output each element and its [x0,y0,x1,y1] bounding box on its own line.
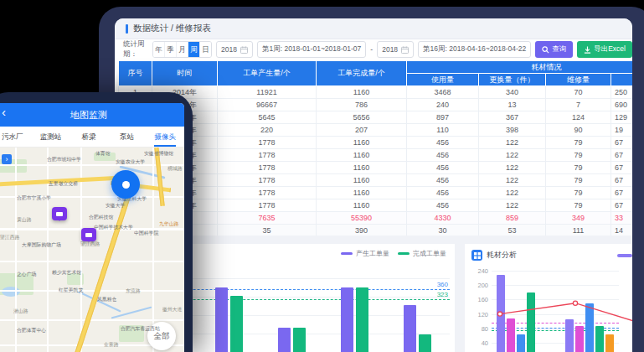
year-end-select[interactable]: 2018 [377,41,414,58]
map-label: 凤凰粮仓 [97,297,116,303]
selected-location-pin[interactable] [111,170,140,199]
map-label: 九华山路 [159,221,178,228]
table-cell: 124 [546,111,611,124]
bar [215,287,228,352]
week-range-end-input[interactable]: 第16周: 2018-04-16~2018-04-22 [418,41,531,58]
legend-item-completed[interactable]: 完成工单量 [398,249,446,258]
map-expand-button[interactable]: › [2,154,12,164]
table-cell: 1160 [317,86,407,99]
map-label: 合肥体育中心 [17,328,46,334]
table-cell: 207 [317,124,407,137]
col-header-seq: 序号 [119,61,152,86]
table-cell: 1778 [218,187,317,199]
map-street [15,148,17,352]
col-header-sub-2: 更换量（件） [479,74,546,86]
table-total-row: 合计763555390433085934933 [119,212,633,225]
back-icon[interactable]: ‹ [2,105,6,119]
period-option-day[interactable]: 日 [199,42,211,57]
map-label: 安徽省博物馆 [144,151,173,158]
table-row: 102018年177811604561227967 [119,199,633,212]
phone-screen: ‹ 地图监测 污水厂 监测站 桥梁 泵站 摄像头 [0,103,184,352]
year-start-select[interactable]: 2018 [216,41,253,58]
table-cell: 5645 [218,111,317,124]
table-cell: 19 [611,124,633,137]
week-range-start-input[interactable]: 第1周: 2018-01-01~2018-01-07 [257,41,366,58]
table-cell: 33 [611,212,633,225]
table-cell: 7635 [218,212,317,225]
table-row: 92018年177811604561227967 [119,187,633,199]
table-cell: 110 [407,124,479,137]
table-row: 12014年119211160346834070250 [119,86,633,99]
camera-icon [85,233,92,237]
tab-camera[interactable]: 摄像头 [146,127,184,147]
search-icon [542,46,549,54]
period-option-quarter[interactable]: 季 [164,42,176,57]
period-option-week[interactable]: 周 [188,42,199,57]
table-row: 22015年96667786240137690 [119,99,633,111]
map-street [47,148,49,352]
export-button-label: 导出Excel [594,44,626,54]
range-separator: - [370,45,373,54]
table-cell: 3468 [407,86,479,99]
table-cell: 4330 [407,212,479,225]
phone-map[interactable]: › 全部 合肥市琥珀中学体育馆安徽农业大学安徽省博物馆桐城路五里墩立交桥合肥市宁… [0,148,184,352]
legend-swatch-completed [398,252,410,256]
bar [419,334,431,352]
table-cell: 897 [407,111,479,124]
map-label: 桐城路 [167,166,183,173]
table-cell: 53 [479,225,546,236]
table-cell: 67 [611,174,633,187]
table-cell: 240 [407,99,479,111]
camera-icon [56,212,63,216]
period-option-month[interactable]: 月 [176,42,188,57]
table-cell: 1778 [218,199,317,212]
year-end-value: 2018 [382,45,398,54]
y-axis-tick: 200 [468,282,488,289]
map-label: 合肥市琥珀中学 [47,157,81,163]
map-label: 合肥科技馆 [89,215,113,221]
table-cell: 1160 [317,174,407,187]
query-button[interactable]: 查询 [535,41,573,58]
col-header-consumables-group: 耗材情况 [407,61,633,74]
filter-bar: 统计周期： 年 季 月 周 日 2018 第1周: 2018-01-01~201… [115,39,632,60]
chart-title-text: 耗材分析 [487,250,517,261]
table-cell: 67 [611,187,633,199]
camera-marker[interactable] [52,207,67,220]
tab-pump-station[interactable]: 泵站 [108,127,147,147]
table-cell: 1160 [317,149,407,162]
camera-marker[interactable] [81,228,96,241]
table-cell: 398 [479,124,546,137]
export-excel-button[interactable]: 导出Excel [577,41,632,58]
table-cell: 13 [479,99,546,111]
y-axis-tick: 40 [468,339,488,347]
table-cell: 1160 [317,199,407,212]
col-header-completed: 工单完成量/个 [317,61,407,86]
map-label: 中国科学技术大学 [94,225,133,231]
bar [230,296,243,352]
breadcrumb-accent-bar [126,24,128,34]
bar [341,287,353,352]
map-label: 金寨路 [104,342,119,349]
legend-item-created[interactable]: 产生工单量 [341,249,389,258]
map-label: 安徽农业大学 [116,159,145,166]
table-average-row: 平均值35390305311114 [119,225,633,236]
table-cell: 122 [479,162,546,174]
table-row: 42017年2202071103989019 [119,124,633,137]
map-label: 赖少其艺术馆 [52,270,81,277]
table-cell: 1778 [218,174,317,187]
map-street [0,319,184,321]
table-cell: 456 [407,199,479,212]
table-cell: 14 [611,225,633,236]
tab-monitor-station[interactable]: 监测站 [32,127,70,147]
period-option-year[interactable]: 年 [153,42,164,57]
tab-sewage-plant[interactable]: 污水厂 [0,127,32,147]
trend-line [492,271,632,352]
tab-bridge[interactable]: 桥梁 [70,127,108,147]
map-label: 潜山路 [13,308,28,315]
reference-line-label: 360 [437,281,448,288]
map-street [0,290,184,292]
map-label: 合肥汽车客运西站 [121,326,160,333]
map-label: 徽州大道 [162,307,182,313]
y-axis-tick: 240 [468,267,488,275]
table-cell: 1160 [317,187,407,199]
